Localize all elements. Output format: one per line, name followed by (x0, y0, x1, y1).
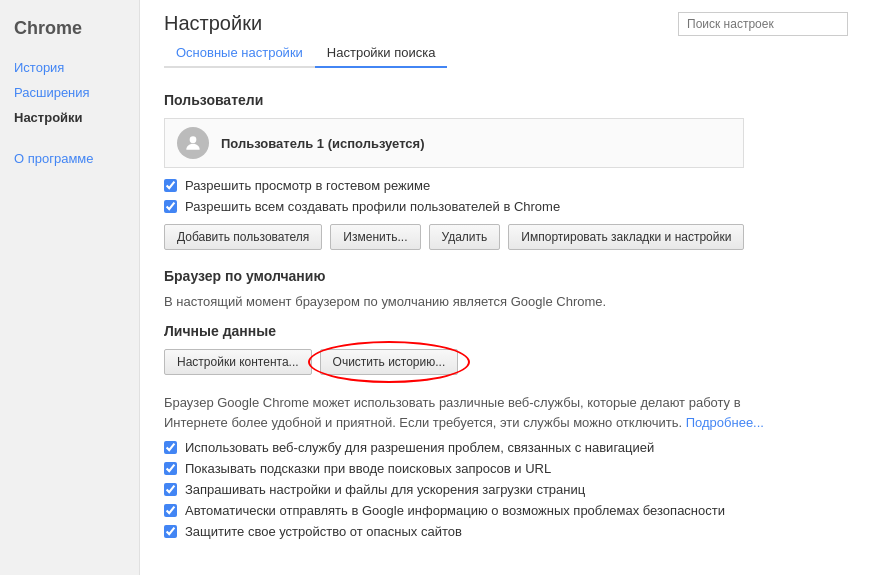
checkbox-security[interactable] (164, 504, 177, 517)
clear-history-button[interactable]: Очистить историю... (320, 349, 459, 375)
sidebar-logo: Chrome (0, 10, 139, 55)
checkbox-protect-row: Защитите свое устройство от опасных сайт… (164, 524, 848, 539)
checkbox-guest-label: Разрешить просмотр в гостевом режиме (185, 178, 430, 193)
checkbox-nav-label: Использовать веб-службу для разрешения п… (185, 440, 654, 455)
checkbox-nav[interactable] (164, 441, 177, 454)
checkbox-guest[interactable] (164, 179, 177, 192)
add-user-button[interactable]: Добавить пользователя (164, 224, 322, 250)
user-buttons-row: Добавить пользователя Изменить... Удалит… (164, 224, 848, 250)
personal-buttons-row: Настройки контента... Очистить историю..… (164, 349, 848, 375)
svg-point-0 (190, 136, 197, 143)
checkbox-suggest-label: Показывать подсказки при вводе поисковых… (185, 461, 551, 476)
checkbox-profiles-row: Разрешить всем создавать профили пользов… (164, 199, 848, 214)
checkbox-suggest[interactable] (164, 462, 177, 475)
main-content: Настройки Основные настройки Настройки п… (140, 0, 872, 575)
page-title-area: Настройки Основные настройки Настройки п… (164, 12, 447, 86)
user-name: Пользователь 1 (используется) (221, 136, 425, 151)
checkbox-security-label: Автоматически отправлять в Google информ… (185, 503, 725, 518)
sidebar-item-extensions[interactable]: Расширения (0, 80, 139, 105)
browser-section-title: Браузер по умолчанию (164, 268, 848, 284)
content-settings-button[interactable]: Настройки контента... (164, 349, 312, 375)
checkbox-preload-label: Запрашивать настройки и файлы для ускоре… (185, 482, 585, 497)
import-bookmarks-button[interactable]: Импортировать закладки и настройки (508, 224, 744, 250)
page-title: Настройки (164, 12, 447, 35)
checkbox-guest-row: Разрешить просмотр в гостевом режиме (164, 178, 848, 193)
checkbox-protect[interactable] (164, 525, 177, 538)
checkbox-preload[interactable] (164, 483, 177, 496)
checkbox-security-row: Автоматически отправлять в Google информ… (164, 503, 848, 518)
privacy-text: Браузер Google Chrome может использовать… (164, 393, 784, 432)
delete-user-button[interactable]: Удалить (429, 224, 501, 250)
change-user-button[interactable]: Изменить... (330, 224, 420, 250)
privacy-link[interactable]: Подробнее... (686, 415, 764, 430)
tab-advanced[interactable]: Настройки поиска (315, 39, 448, 68)
sidebar: Chrome История Расширения Настройки О пр… (0, 0, 140, 575)
browser-default-text: В настоящий момент браузером по умолчани… (164, 294, 848, 309)
page-tabs: Основные настройки Настройки поиска (164, 39, 447, 68)
sidebar-item-settings[interactable]: Настройки (0, 105, 139, 130)
checkbox-profiles-label: Разрешить всем создавать профили пользов… (185, 199, 560, 214)
sidebar-item-about[interactable]: О программе (0, 146, 139, 171)
user-card: Пользователь 1 (используется) (164, 118, 744, 168)
users-section-title: Пользователи (164, 92, 848, 108)
checkbox-nav-row: Использовать веб-службу для разрешения п… (164, 440, 848, 455)
clear-history-wrapper: Очистить историю... (320, 349, 459, 375)
sidebar-item-history[interactable]: История (0, 55, 139, 80)
checkbox-suggest-row: Показывать подсказки при вводе поисковых… (164, 461, 848, 476)
checkbox-preload-row: Запрашивать настройки и файлы для ускоре… (164, 482, 848, 497)
avatar (177, 127, 209, 159)
header-row: Настройки Основные настройки Настройки п… (164, 12, 848, 86)
checkbox-protect-label: Защитите свое устройство от опасных сайт… (185, 524, 462, 539)
personal-section-title: Личные данные (164, 323, 848, 339)
search-input[interactable] (678, 12, 848, 36)
checkbox-profiles[interactable] (164, 200, 177, 213)
tab-basic[interactable]: Основные настройки (164, 39, 315, 68)
